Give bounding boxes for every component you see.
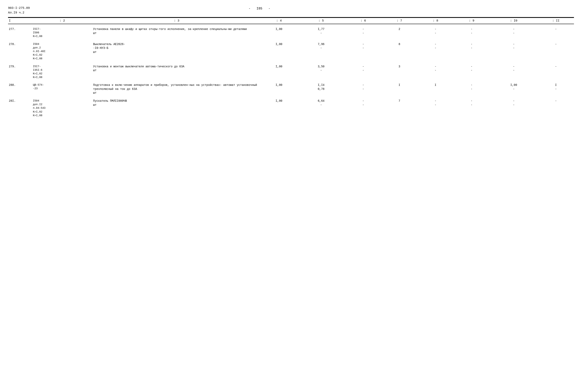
row-code: I5I7-I35I-6K=I,02K=I,08: [32, 64, 92, 80]
row-c8: --: [417, 26, 454, 39]
row-c6: --: [345, 82, 381, 96]
header-left: 903-I-275.89 Ал.I9 ч.2: [8, 6, 30, 15]
row-c7: 7: [381, 98, 417, 118]
row-c11: -: [538, 98, 574, 118]
spacer-row: [8, 24, 574, 26]
spacer-row: [8, 80, 574, 82]
table-row: 277. I5I7-I506K=I,08 Установка панели в …: [8, 26, 574, 39]
row-desc: Установка и монтаж выключателя автома-ти…: [92, 64, 261, 80]
row-c10: --: [490, 98, 538, 118]
col-header-5: : 5: [297, 18, 345, 24]
header-num: I85: [257, 7, 262, 10]
spacer-row: [8, 39, 574, 42]
row-c10: --: [490, 26, 538, 39]
row-c7: 8: [381, 42, 417, 62]
row-c4: I,00: [261, 64, 297, 80]
row-c5: 6,64-: [297, 98, 345, 118]
row-c9: --: [453, 64, 490, 80]
row-c5: 3,50-: [297, 64, 345, 80]
row-c9: --: [453, 82, 490, 96]
row-code: I504доп.2п.0I-40IK=I,02K=I,08: [32, 42, 92, 62]
spacer-row: [8, 62, 574, 64]
row-c4: I,00: [261, 82, 297, 96]
row-num: 278.: [8, 42, 32, 62]
col-header-1: I: [8, 18, 32, 24]
row-c7: 2: [381, 26, 417, 39]
table-row: 28I. I504доп.I2п.04-543K=I,02K=I,08 Пуск…: [8, 98, 574, 118]
column-header-row: I : 2 : 3 : 4 : 5 : 6 : 7 : 8 : 9 : I0 :…: [8, 18, 574, 24]
col-header-4: : 4: [261, 18, 297, 24]
col-header-11: : II: [538, 18, 574, 24]
col-header-8: : 8: [417, 18, 454, 24]
row-c6: --: [345, 64, 381, 80]
row-c11: -: [538, 64, 574, 80]
row-num: 279.: [8, 64, 32, 80]
row-c8: --: [417, 42, 454, 62]
col-header-3: : 3: [92, 18, 261, 24]
col-header-7: : 7: [381, 18, 417, 24]
row-c6: --: [345, 42, 381, 62]
row-c11: I-: [538, 82, 574, 96]
row-desc: Подготовка к вклю-чению аппаратов и приб…: [92, 82, 261, 96]
row-c11: -: [538, 26, 574, 39]
header-center: - I85 -: [249, 7, 270, 10]
row-desc: Пускатель ПМЛII000ЧВшт: [92, 98, 261, 118]
header-line2: Ал.I9 ч.2: [8, 11, 30, 15]
row-c8: --: [417, 64, 454, 80]
row-num: 28I.: [8, 98, 32, 118]
row-code: I504доп.I2п.04-543K=I,02K=I,08: [32, 98, 92, 118]
row-c5: 7,96-: [297, 42, 345, 62]
main-table-container: I : 2 : 3 : 4 : 5 : 6 : 7 : 8 : 9 : I0 :…: [8, 18, 574, 118]
row-c8: I: [417, 82, 454, 96]
table-row: 280. ЦВ-574--23 Подготовка к вклю-чению …: [8, 82, 574, 96]
page-header: 903-I-275.89 Ал.I9 ч.2 - I85 -: [8, 6, 574, 15]
header-line1: 903-I-275.89: [8, 6, 30, 11]
row-c5: I,77-: [297, 26, 345, 39]
row-c7: 3: [381, 64, 417, 80]
row-c7: I: [381, 82, 417, 96]
row-c4: I,00: [261, 42, 297, 62]
row-desc: Выключатель АЕ2026--I0-НУЗ-Бшт: [92, 42, 261, 62]
row-c10: --: [490, 64, 538, 80]
row-c8: --: [417, 98, 454, 118]
table-row: 279. I5I7-I35I-6K=I,02K=I,08 Установка и…: [8, 64, 574, 80]
main-table: I : 2 : 3 : 4 : 5 : 6 : 7 : 8 : 9 : I0 :…: [8, 18, 574, 118]
row-c4: I,00: [261, 98, 297, 118]
row-num: 280.: [8, 82, 32, 96]
row-c4: I,00: [261, 26, 297, 39]
row-c11: -: [538, 42, 574, 62]
header-dash1: -: [249, 7, 251, 10]
row-code: I5I7-I506K=I,08: [32, 26, 92, 39]
row-c9: --: [453, 42, 490, 62]
table-row: 278. I504доп.2п.0I-40IK=I,02K=I,08 Выклю…: [8, 42, 574, 62]
row-c9: --: [453, 98, 490, 118]
row-c5: I,I40,78: [297, 82, 345, 96]
row-c6: --: [345, 98, 381, 118]
row-c6: --: [345, 26, 381, 39]
row-c10: I,00-: [490, 82, 538, 96]
row-c10: --: [490, 42, 538, 62]
header-dash2: -: [268, 7, 270, 10]
row-code: ЦВ-574--23: [32, 82, 92, 96]
col-header-6: : 6: [345, 18, 381, 24]
spacer-row: [8, 96, 574, 98]
row-desc: Установка панели в шкафу и щитах откры-т…: [92, 26, 261, 39]
row-num: 277.: [8, 26, 32, 39]
col-header-10: : I0: [490, 18, 538, 24]
col-header-2: : 2: [32, 18, 92, 24]
col-header-9: : 9: [453, 18, 490, 24]
row-c9: --: [453, 26, 490, 39]
